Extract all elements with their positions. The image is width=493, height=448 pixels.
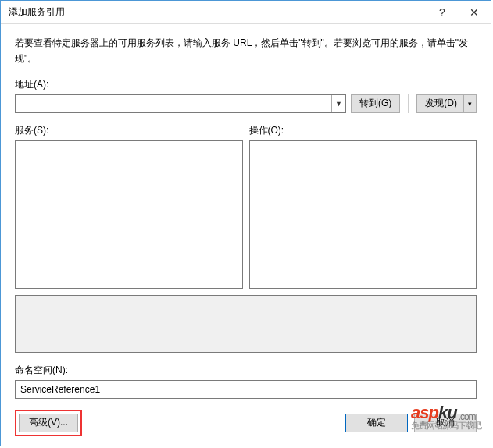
address-input[interactable] [16,95,331,112]
chevron-down-icon[interactable]: ▼ [331,95,345,112]
ok-cancel-group: 确定 取消 [345,414,477,432]
discover-button[interactable]: 发现(D) ▾ [416,94,477,113]
lists-row: 服务(S): 操作(O): [15,124,477,289]
help-button[interactable]: ? [427,1,458,24]
cancel-button[interactable]: 取消 [414,414,477,432]
footer: 高级(V)... 确定 取消 [15,407,477,436]
instruction-text: 若要查看特定服务器上的可用服务列表，请输入服务 URL，然后单击"转到"。若要浏… [15,35,477,67]
advanced-highlight: 高级(V)... [15,410,82,436]
go-button[interactable]: 转到(G) [351,94,400,113]
address-row: ▼ 转到(G) 发现(D) ▾ [15,94,477,113]
operations-label: 操作(O): [249,124,477,137]
divider [408,94,409,113]
namespace-label: 命名空间(N): [15,364,477,377]
services-column: 服务(S): [15,124,243,289]
dialog-content: 若要查看特定服务器上的可用服务列表，请输入服务 URL，然后单击"转到"。若要浏… [1,24,491,444]
services-list[interactable] [15,140,243,289]
operations-list[interactable] [249,140,477,289]
operations-column: 操作(O): [249,124,477,289]
namespace-input[interactable] [15,380,477,399]
detail-panel [15,295,477,353]
advanced-button[interactable]: 高级(V)... [19,414,78,432]
dialog-title: 添加服务引用 [9,5,427,19]
address-label: 地址(A): [15,78,477,91]
ok-button[interactable]: 确定 [345,414,408,432]
close-button[interactable]: ✕ [458,1,491,24]
add-service-reference-dialog: 添加服务引用 ? ✕ 若要查看特定服务器上的可用服务列表，请输入服务 URL，然… [0,0,491,446]
title-bar: 添加服务引用 ? ✕ [1,1,491,24]
address-combobox[interactable]: ▼ [15,94,346,113]
chevron-down-icon[interactable]: ▾ [463,95,476,112]
services-label: 服务(S): [15,124,243,137]
